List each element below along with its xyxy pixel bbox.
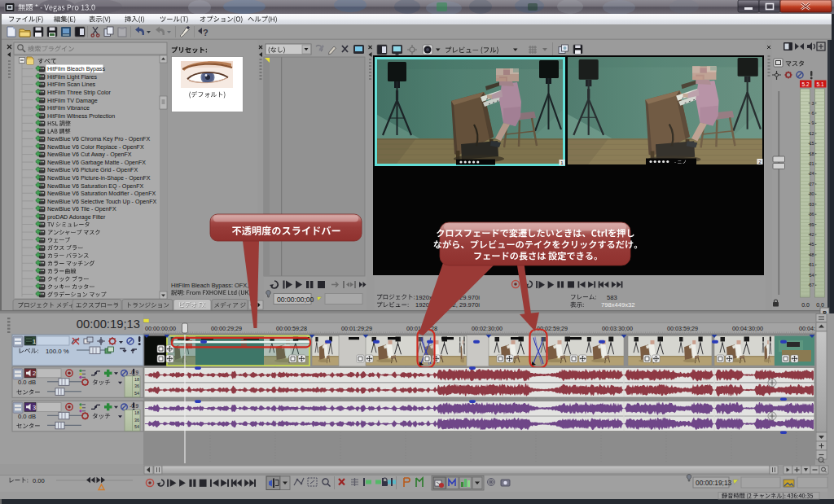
svg-text:2: 2 — [33, 370, 36, 377]
svg-text:NewBlue V6 Saturation EQ - Ope: NewBlue V6 Saturation EQ - OpenFX — [47, 183, 144, 190]
svg-text:?: ? — [203, 28, 208, 37]
svg-text:NewBlue V6 Picture Grid - Open: NewBlue V6 Picture Grid - OpenFX — [47, 167, 138, 173]
svg-text:6: 6 — [811, 111, 814, 116]
svg-text:-0.9: -0.9 — [129, 403, 138, 409]
svg-text:HitFilm Scan Lines: HitFilm Scan Lines — [47, 81, 96, 88]
svg-text:100.0 %: 100.0 % — [46, 348, 69, 355]
svg-text:36: 36 — [134, 383, 139, 388]
svg-text:3: 3 — [811, 101, 814, 106]
svg-text:1: 1 — [33, 338, 36, 345]
svg-text:00:00:19;13: 00:00:19;13 — [77, 318, 140, 331]
svg-text:36: 36 — [134, 418, 139, 423]
svg-text:-0.9: -0.9 — [129, 370, 138, 375]
svg-text:NewBlue V6 Saturation Modifier: NewBlue V6 Saturation Modifier - OpenFX — [47, 191, 156, 197]
svg-text:0.0: 0.0 — [801, 302, 810, 308]
svg-text:00:03:30;00: 00:03:30;00 — [602, 325, 633, 332]
svg-text:00:03:59;29: 00:03:59;29 — [667, 325, 698, 332]
svg-text:18: 18 — [134, 377, 139, 382]
svg-text:0.00: 0.00 — [33, 477, 45, 484]
svg-text:0.0 dB: 0.0 dB — [18, 413, 36, 420]
svg-text:HitFilm Light Flares: HitFilm Light Flares — [47, 74, 98, 81]
svg-text:54: 54 — [134, 391, 139, 396]
svg-text:3: 3 — [33, 404, 36, 411]
svg-text:00:00:29;29: 00:00:29;29 — [211, 325, 242, 332]
svg-text:NewBlue V6 Color Replace - Ope: NewBlue V6 Color Replace - OpenFX — [47, 144, 144, 151]
svg-text:00:00:00;00: 00:00:00;00 — [145, 325, 176, 332]
svg-text:proDAD Adorage Filter: proDAD Adorage Filter — [47, 214, 106, 221]
svg-text:5.2: 5.2 — [801, 81, 809, 87]
svg-text:HitFilm Witness Protection: HitFilm Witness Protection — [47, 113, 115, 120]
svg-text:NewBlue V6 Selective Touch Up: NewBlue V6 Selective Touch Up - OpenFX — [47, 199, 157, 205]
svg-text:798x449x32: 798x449x32 — [601, 301, 634, 309]
svg-text:HitFilm Bleach Bypass: OFX, 3: HitFilm Bleach Bypass: OFX, 3 — [171, 282, 253, 289]
svg-text:HitFilm Vibrance: HitFilm Vibrance — [47, 105, 90, 112]
svg-text:00:04:30;00: 00:04:30;00 — [732, 325, 763, 332]
svg-text:00:00:59;28: 00:00:59;28 — [276, 325, 307, 332]
svg-text:0.0: 0.0 — [816, 302, 824, 308]
svg-text:9: 9 — [811, 121, 814, 125]
svg-text:54: 54 — [134, 424, 139, 429]
svg-text:18: 18 — [134, 410, 139, 415]
svg-text:00:01:29;29: 00:01:29;29 — [341, 325, 372, 332]
svg-text:HitFilm TV Damage: HitFilm TV Damage — [47, 98, 98, 104]
svg-text:00:00:00;00: 00:00:00;00 — [277, 296, 314, 304]
svg-text:583: 583 — [607, 294, 617, 301]
svg-text:NewBlue V6 Cut Away - OpenFX: NewBlue V6 Cut Away - OpenFX — [47, 151, 132, 158]
svg-text:00:02:30;00: 00:02:30;00 — [472, 325, 503, 332]
svg-text:HitFilm Three Strip Color: HitFilm Three Strip Color — [47, 90, 112, 96]
svg-text:NewBlue V6 Picture-in-Shape -: NewBlue V6 Picture-in-Shape - OpenFX — [47, 175, 151, 182]
svg-text:NewBlue V6 Garbage Matte - Ope: NewBlue V6 Garbage Matte - OpenFX — [47, 160, 146, 166]
svg-text:00:00:19;13: 00:00:19;13 — [696, 479, 732, 487]
svg-text:5.1: 5.1 — [816, 81, 823, 87]
svg-text:HitFilm Bleach Bypass: HitFilm Bleach Bypass — [47, 66, 105, 72]
svg-text:NewBlue V6 Chroma Key Pro - Op: NewBlue V6 Chroma Key Pro - OpenFX — [47, 136, 150, 142]
svg-text:0.0 dB: 0.0 dB — [18, 379, 36, 386]
svg-text:NewBlue V6 Tile - OpenFX: NewBlue V6 Tile - OpenFX — [47, 206, 116, 213]
